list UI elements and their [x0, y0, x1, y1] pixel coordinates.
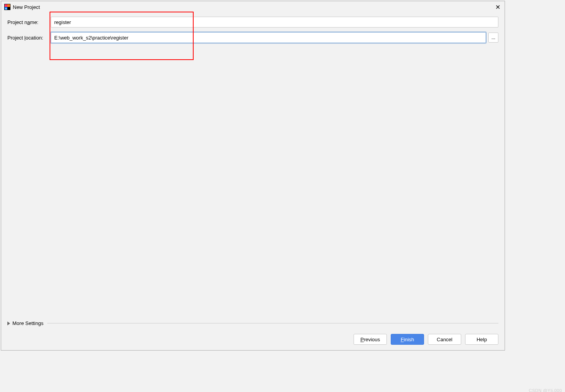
close-icon[interactable]: ✕ [493, 3, 502, 11]
help-button[interactable]: Help [465, 334, 498, 345]
svg-rect-1 [5, 4, 7, 7]
new-project-dialog: New Project ✕ Project name: Project loca… [1, 1, 505, 351]
svg-rect-3 [5, 7, 7, 10]
separator-line [47, 323, 498, 323]
titlebar: New Project ✕ [1, 1, 505, 13]
project-name-input[interactable] [51, 17, 498, 28]
more-settings-toggle[interactable]: More Settings [7, 320, 43, 326]
finish-rest: inish [404, 337, 414, 342]
cancel-button[interactable]: Cancel [428, 334, 461, 345]
button-bar: Previous Finish Cancel Help [7, 334, 498, 345]
browse-button[interactable]: ... [488, 33, 498, 43]
more-settings-label: More Settings [12, 320, 43, 326]
project-name-label: Project name: [7, 19, 51, 25]
previous-rest: revious [364, 337, 380, 342]
project-location-label: Project location: [7, 35, 51, 41]
svg-rect-2 [7, 4, 10, 7]
chevron-right-icon [7, 322, 10, 325]
project-name-row: Project name: [7, 17, 498, 28]
svg-rect-4 [5, 9, 7, 9]
window-title: New Project [13, 4, 40, 10]
previous-button[interactable]: Previous [354, 334, 387, 345]
project-location-input[interactable] [51, 32, 486, 43]
finish-button[interactable]: Finish [391, 334, 424, 345]
project-location-row: Project location: ... [7, 32, 498, 43]
intellij-icon [4, 4, 10, 10]
more-settings-row: More Settings [7, 320, 498, 326]
form-area: Project name: Project location: ... [1, 13, 505, 43]
watermark-text: CSDN @Yli.000 [529, 388, 562, 392]
